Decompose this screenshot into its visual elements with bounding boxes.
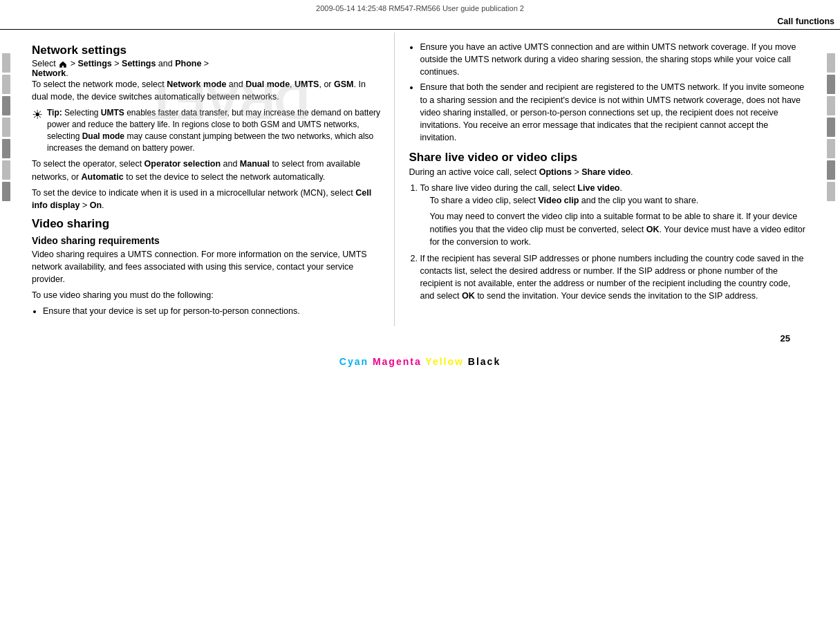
select-line: Select > Settings > Settings and Phone >… xyxy=(32,59,380,78)
color-bar: Cyan Magenta Yellow Black xyxy=(0,348,840,371)
network-settings-title: Network settings xyxy=(32,44,380,57)
right-bullet-1: Ensure you have an active UMTS connectio… xyxy=(420,41,805,78)
two-column-layout: Network settings Select > Settings > Set… xyxy=(19,32,818,326)
network-bold: Network xyxy=(32,68,66,78)
right-margin-strip-5 xyxy=(827,139,835,158)
margin-strip-5 xyxy=(2,139,10,158)
page-header: 2009-05-14 14:25:48 RM547-RM566 User gui… xyxy=(0,0,840,14)
right-bullet-2: Ensure that both the sender and recipien… xyxy=(420,81,805,144)
left-margin-strips xyxy=(0,32,12,348)
share-step-2: If the recipient has several SIP address… xyxy=(420,252,805,303)
step1-subpara1: To share a video clip, select Video clip… xyxy=(429,194,805,207)
call-functions-header: Call functions xyxy=(0,14,840,30)
left-column: Network settings Select > Settings > Set… xyxy=(26,32,395,326)
right-margin-strip-2 xyxy=(827,75,835,94)
margin-strip-6 xyxy=(2,160,10,180)
tip-box: ☀ Tip: Selecting UMTS enables faster dat… xyxy=(32,107,380,153)
step1-text: To share live video during the call, sel… xyxy=(420,183,622,193)
tip-text: Tip: Selecting UMTS enables faster data … xyxy=(47,107,380,153)
page-number: 25 xyxy=(781,333,790,344)
share-step-1: To share live video during the call, sel… xyxy=(420,182,805,248)
color-cyan-label: Cyan xyxy=(339,356,368,367)
video-sharing-requirements-title: Video sharing requirements xyxy=(32,235,380,246)
right-margin-strip-3 xyxy=(827,96,835,115)
margin-strip-4 xyxy=(2,118,10,137)
margin-strip-7 xyxy=(2,182,10,201)
content-wrapper: Network settings Select > Settings > Set… xyxy=(12,32,825,348)
step2-text: If the recipient has several SIP address… xyxy=(420,254,803,301)
network-para2: To select the operator, select Operator … xyxy=(32,158,380,182)
color-black-label: Black xyxy=(468,356,501,367)
video-sharing-bullets: Ensure that your device is set up for pe… xyxy=(43,305,380,317)
right-margin-strips xyxy=(825,32,840,348)
video-sharing-title: Video sharing xyxy=(32,217,380,231)
bullet-item-1: Ensure that your device is set up for pe… xyxy=(43,305,380,317)
margin-strip-3 xyxy=(2,96,10,115)
share-section-intro: During an active voice call, select Opti… xyxy=(409,166,805,178)
home-icon xyxy=(59,61,67,68)
video-sharing-para1: Video sharing requires a UMTS connection… xyxy=(32,248,380,285)
network-para3: To set the device to indicate when it is… xyxy=(32,187,380,212)
color-yellow-label: Yellow xyxy=(425,356,464,367)
select-settings-text: > Settings > Settings and Phone > xyxy=(71,59,209,68)
page-number-area: 25 xyxy=(19,326,818,348)
right-margin-strip-4 xyxy=(827,118,835,137)
share-steps-list: To share live video during the call, sel… xyxy=(420,182,805,302)
share-section-title: Share live video or video clips xyxy=(409,151,805,165)
call-functions-label: Call functions xyxy=(777,17,834,26)
header-text: 2009-05-14 14:25:48 RM547-RM566 User gui… xyxy=(316,4,524,12)
margin-strip-2 xyxy=(2,75,10,94)
right-bullets-top: Ensure you have an active UMTS connectio… xyxy=(420,41,805,144)
right-column: Ensure you have an active UMTS connectio… xyxy=(395,32,811,326)
video-sharing-para2: To use video sharing you must do the fol… xyxy=(32,289,380,301)
right-margin-strip-1 xyxy=(827,53,835,73)
select-word: Select xyxy=(32,59,58,68)
color-magenta-label: Magenta xyxy=(373,356,422,367)
step1-subpara2: You may need to convert the video clip i… xyxy=(429,210,805,247)
right-margin-strip-7 xyxy=(827,182,835,201)
margin-strip-1 xyxy=(2,53,10,73)
tip-icon: ☀ xyxy=(32,109,43,121)
right-margin-strip-6 xyxy=(827,160,835,180)
period: . xyxy=(66,68,68,78)
network-para1: To select the network mode, select Netwo… xyxy=(32,78,380,103)
